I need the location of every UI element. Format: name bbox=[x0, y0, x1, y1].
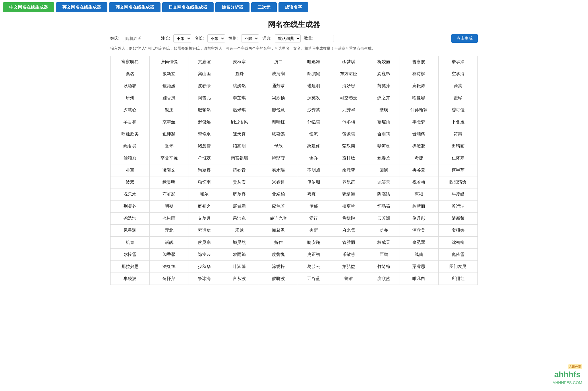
name-cell[interactable]: 怀晶茹 bbox=[368, 200, 399, 212]
name-cell[interactable]: 糜初之 bbox=[189, 200, 220, 212]
name-cell[interactable]: 哈亦 bbox=[368, 224, 399, 236]
name-cell[interactable]: 绳君昊 bbox=[111, 140, 150, 152]
name-cell[interactable]: 京翠丝 bbox=[150, 116, 189, 128]
name-cell[interactable]: 始颖秀 bbox=[111, 152, 150, 164]
name-cell[interactable]: 犹惜海 bbox=[329, 188, 368, 200]
name-cell[interactable]: 乐敏慧 bbox=[329, 248, 368, 260]
name-cell[interactable]: 养昆谊 bbox=[329, 176, 368, 188]
name-cell[interactable]: 法红旭 bbox=[150, 260, 189, 273]
name-cell[interactable]: 赫连光誉 bbox=[259, 212, 298, 224]
nav-btn-english[interactable]: 英文网名在线生成器 bbox=[56, 2, 107, 12]
name-cell[interactable]: 实水瑶 bbox=[259, 164, 298, 176]
name-cell[interactable]: 牟凌波 bbox=[111, 273, 150, 285]
name-cell[interactable]: 禹建修 bbox=[298, 140, 329, 152]
name-cell[interactable]: 明朔 bbox=[150, 200, 189, 212]
name-cell[interactable]: 辟梦容 bbox=[220, 188, 259, 200]
name-cell[interactable]: 睢凡白 bbox=[399, 273, 438, 285]
name-cell[interactable]: 鄢鹏鲲 bbox=[298, 68, 329, 80]
name-cell[interactable]: 冉谷云 bbox=[399, 164, 438, 176]
name-cell[interactable]: 曾嘉赐 bbox=[399, 56, 438, 68]
nav-btn-anime[interactable]: 二次元 bbox=[251, 2, 277, 12]
name-cell[interactable]: 么松雨 bbox=[150, 212, 189, 224]
name-cell[interactable]: 希运洁 bbox=[438, 200, 477, 212]
name-cell[interactable]: 麦秋寒 bbox=[220, 56, 259, 68]
name-cell[interactable]: 函梦琪 bbox=[329, 56, 368, 68]
name-cell[interactable]: 史正初 bbox=[298, 248, 329, 260]
name-cell[interactable]: 夕慧心 bbox=[111, 104, 150, 116]
name-cell[interactable]: 鸠翳蓉 bbox=[259, 152, 298, 164]
name-cell[interactable]: 独忆南 bbox=[189, 176, 220, 188]
name-cell[interactable]: 隽恬悦 bbox=[329, 212, 368, 224]
name-cell[interactable]: 仆忆雪 bbox=[298, 116, 329, 128]
name-cell[interactable]: 隐怜云 bbox=[189, 248, 220, 260]
name-cell[interactable]: 羊舌和 bbox=[111, 116, 150, 128]
dict-select[interactable]: 默认词典 bbox=[275, 34, 301, 42]
name-cell[interactable]: 司空琇云 bbox=[329, 92, 368, 104]
name-cell[interactable]: 妫巍昂 bbox=[368, 68, 399, 80]
name-cell[interactable]: 绍高明 bbox=[220, 140, 259, 152]
name-cell[interactable]: 鲍春柔 bbox=[368, 152, 399, 164]
name-cell[interactable]: 伊郁 bbox=[298, 200, 329, 212]
name-cell[interactable]: 贵从安 bbox=[220, 176, 259, 188]
name-cell[interactable]: 叶涵菡 bbox=[220, 260, 259, 273]
name-cell[interactable]: 厉白 bbox=[259, 56, 298, 68]
name-cell[interactable]: 亓北 bbox=[150, 224, 189, 236]
name-cell[interactable]: 喻曼容 bbox=[399, 92, 438, 104]
name-cell[interactable]: 呼延欣美 bbox=[111, 128, 150, 140]
name-cell[interactable]: 凌曜文 bbox=[150, 164, 189, 176]
nav-btn-japanese[interactable]: 日文网名在线生成器 bbox=[162, 2, 214, 12]
name-cell[interactable]: 祝冷梅 bbox=[399, 176, 438, 188]
name-cell[interactable]: 谢晴虹 bbox=[259, 116, 298, 128]
name-cell[interactable]: 考捷 bbox=[399, 152, 438, 164]
name-cell[interactable]: 柯半芹 bbox=[438, 164, 477, 176]
name-cell[interactable]: 尔怜雪 bbox=[111, 248, 150, 260]
surname-len-select[interactable]: 不限 bbox=[173, 34, 191, 42]
name-cell[interactable]: 拱澄邈 bbox=[399, 140, 438, 152]
name-cell[interactable]: 范妙音 bbox=[220, 164, 259, 176]
name-cell[interactable]: 闻希恩 bbox=[259, 224, 298, 236]
name-cell[interactable]: 荆凝冬 bbox=[111, 200, 150, 212]
name-cell[interactable]: 少秋华 bbox=[189, 260, 220, 273]
name-cell[interactable]: 管雅丽 bbox=[329, 236, 368, 248]
name-cell[interactable]: 贺紫雪 bbox=[329, 128, 368, 140]
name-cell[interactable]: 况乐水 bbox=[111, 188, 150, 200]
name-cell[interactable]: 所骊红 bbox=[438, 273, 477, 285]
name-cell[interactable]: 诺建明 bbox=[298, 80, 329, 92]
name-cell[interactable]: 僧依珊 bbox=[298, 176, 329, 188]
name-cell[interactable]: 诸靓 bbox=[150, 236, 189, 248]
name-cell[interactable]: 庞依雪 bbox=[438, 248, 477, 260]
name-cell[interactable]: 祭冰海 bbox=[189, 273, 220, 285]
name-cell[interactable]: 候盼波 bbox=[259, 273, 298, 285]
name-cell[interactable]: 哀梓敏 bbox=[329, 152, 368, 164]
name-cell[interactable]: 果沛岚 bbox=[220, 212, 259, 224]
name-cell[interactable]: 线仙 bbox=[399, 248, 438, 260]
name-cell[interactable]: 东方珺娅 bbox=[329, 68, 368, 80]
name-cell[interactable]: 偶冬梅 bbox=[329, 116, 368, 128]
name-cell[interactable]: 犁修永 bbox=[189, 128, 220, 140]
name-cell[interactable]: 禾越 bbox=[220, 224, 259, 236]
name-cell[interactable]: 廖锐意 bbox=[259, 104, 298, 116]
name-cell[interactable]: 田晴画 bbox=[438, 140, 477, 152]
name-cell[interactable]: 蓟怀芹 bbox=[150, 273, 189, 285]
name-cell[interactable]: 巨碧 bbox=[368, 248, 399, 260]
name-cell[interactable]: 邬尔 bbox=[189, 188, 220, 200]
name-cell[interactable]: 业靖柏 bbox=[259, 188, 298, 200]
name-cell[interactable]: 城昊然 bbox=[220, 236, 259, 248]
surname-input[interactable] bbox=[123, 35, 157, 42]
name-cell[interactable]: 惠祯 bbox=[399, 188, 438, 200]
nav-btn-korean[interactable]: 韩文网名在线生成器 bbox=[109, 2, 160, 12]
name-cell[interactable]: 栋慧丽 bbox=[399, 200, 438, 212]
name-cell[interactable]: 蚁之卉 bbox=[368, 92, 399, 104]
name-cell[interactable]: 图门友灵 bbox=[438, 260, 477, 273]
name-cell[interactable]: 邢俊远 bbox=[189, 116, 220, 128]
name-cell[interactable]: 李芷琪 bbox=[220, 92, 259, 104]
name-cell[interactable]: 凤星渊 bbox=[111, 224, 150, 236]
name-cell[interactable]: 宝骊娜 bbox=[438, 224, 477, 236]
name-cell[interactable]: 成清润 bbox=[259, 68, 298, 80]
name-cell[interactable]: 度赞悦 bbox=[259, 248, 298, 260]
name-cell[interactable]: 符惠 bbox=[438, 128, 477, 140]
name-cell[interactable]: 戢嘉懿 bbox=[259, 128, 298, 140]
name-cell[interactable]: 沈初柳 bbox=[438, 236, 477, 248]
name-cell[interactable]: 竹绮梅 bbox=[368, 260, 399, 273]
name-cell[interactable]: 朴宝 bbox=[111, 164, 150, 176]
